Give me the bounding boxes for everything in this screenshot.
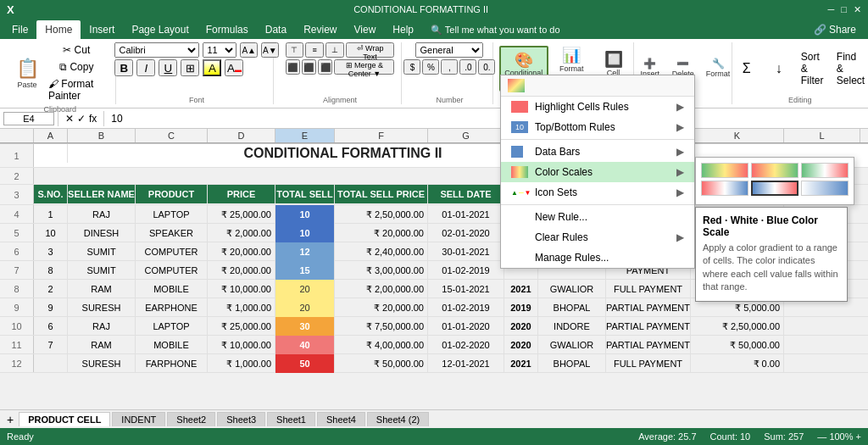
minimize-icon[interactable]: ─ (828, 4, 835, 14)
cell-price-7[interactable]: ₹ 20,000.00 (208, 261, 275, 280)
insert-function-icon[interactable]: fx (89, 113, 97, 125)
percent-button[interactable]: $ (403, 59, 420, 75)
cell-tsp-4[interactable]: ₹ 2,50,000.00 (335, 205, 428, 224)
format-button[interactable]: 🔧 Format (701, 54, 736, 82)
decrease-decimal-button[interactable]: 0. (478, 59, 495, 75)
thousand-button[interactable]: , (441, 59, 458, 75)
increase-decimal-button[interactable]: .0 (459, 59, 476, 75)
cell-seller-11[interactable]: RAM (68, 336, 136, 354)
cut-button[interactable]: ✂ Cut (45, 42, 108, 58)
cell-tsp-9[interactable]: ₹ 20,000.00 (335, 298, 428, 317)
cell-price-8[interactable]: ₹ 10,000.00 (208, 280, 275, 298)
cell-total-sell-9[interactable]: 20 (275, 298, 335, 317)
manage-rules-item[interactable]: Manage Rules... (501, 248, 694, 268)
sheet-tab-sheet3[interactable]: Sheet3 (217, 412, 265, 426)
cell-product-10[interactable]: LAPTOP (136, 317, 208, 336)
cell-price-6[interactable]: ₹ 20,000.00 (208, 242, 275, 261)
cell-due-11[interactable]: ₹ 50,000.00 (691, 336, 784, 354)
italic-button[interactable]: I (136, 59, 155, 76)
font-decrease-button[interactable]: A▼ (261, 42, 279, 58)
add-sheet-button[interactable]: + (3, 413, 17, 426)
color-scale-gwnr[interactable] (801, 163, 849, 178)
copy-button[interactable]: ⧉ Copy (45, 59, 108, 75)
new-rule-item[interactable]: New Rule... (501, 207, 694, 227)
tab-formulas[interactable]: Formulas (198, 20, 257, 39)
cell-date-4[interactable]: 01-01-2021 (428, 205, 504, 224)
cell-year-11[interactable]: 2020 (504, 336, 538, 354)
tab-home[interactable]: Home (36, 20, 81, 39)
cell-product-12[interactable]: FARPHONE (136, 354, 208, 373)
close-icon[interactable]: ✕ (854, 4, 861, 15)
font-color-button[interactable]: A▬ (225, 59, 243, 76)
align-left-button[interactable]: ⬛ (286, 59, 300, 75)
format-painter-button[interactable]: 🖌 Format Painter (45, 76, 108, 103)
col-header-g[interactable]: G (428, 129, 504, 142)
number-format-select[interactable]: General (415, 42, 483, 58)
cell-due-12[interactable]: ₹ 0.00 (691, 354, 784, 373)
top-bottom-rules-item[interactable]: 10 Top/Bottom Rules ▶ (501, 117, 694, 137)
cell-tsp-12[interactable]: ₹ 50,000.00 (335, 354, 428, 373)
cell-sno-12[interactable] (34, 354, 68, 373)
cell-total-sell-8[interactable]: 20 (275, 280, 335, 298)
color-scale-rygtogrn[interactable] (751, 163, 798, 178)
data-bars-item[interactable]: Data Bars ▶ (501, 142, 694, 162)
cell-price-4[interactable]: ₹ 25,000.00 (208, 205, 275, 224)
cell-date-12[interactable]: 12-01-2021 (428, 354, 504, 373)
align-bottom-button[interactable]: ⊥ (326, 42, 344, 58)
formula-input[interactable] (108, 113, 865, 125)
cell-year-12[interactable]: 2021 (504, 354, 538, 373)
cell-sno-4[interactable]: 1 (34, 205, 68, 224)
tab-view[interactable]: View (346, 20, 385, 39)
tab-page-layout[interactable]: Page Layout (123, 20, 197, 39)
cell-tsp-6[interactable]: ₹ 2,40,000.00 (335, 242, 428, 261)
cell-seller-6[interactable]: SUMIT (68, 242, 136, 261)
cell-city-10[interactable]: INDORE (538, 317, 606, 336)
sheet-tab-sheet2[interactable]: Sheet2 (167, 412, 215, 426)
cell-payment-12[interactable]: FULL PAYMENT (606, 354, 691, 373)
color-scales-item[interactable]: Color Scales ▶ (501, 162, 694, 182)
sheet-tab-product-cell[interactable]: PRODUCT CELL (19, 412, 110, 426)
cell-city-8[interactable]: GWALIOR (538, 280, 606, 298)
tab-review[interactable]: Review (295, 20, 345, 39)
sheet-tab-sheet4[interactable]: Sheet4 (317, 412, 365, 426)
fill-button[interactable]: ↓ (764, 58, 794, 80)
col-header-k[interactable]: K (691, 129, 784, 142)
tab-help[interactable]: Help (384, 20, 422, 39)
merge-center-button[interactable]: ⊞ Merge & Center ▼ (334, 59, 394, 75)
cell-price-9[interactable]: ₹ 1,000.00 (208, 298, 275, 317)
tell-me-input[interactable]: 🔍 Tell me what you want to do (422, 20, 569, 39)
align-top-button[interactable]: ⊤ (286, 42, 304, 58)
border-button[interactable]: ⊞ (181, 59, 199, 76)
sort-filter-button[interactable]: Sort &Filter (796, 47, 831, 90)
cell-payment-10[interactable]: PARTIAL PAYMENT (606, 317, 691, 336)
cell-product-8[interactable]: MOBILE (136, 280, 208, 298)
cell-sno-6[interactable]: 3 (34, 242, 68, 261)
cell-seller-9[interactable]: SURESH (68, 298, 136, 317)
cell-seller-12[interactable]: SURESH (68, 354, 136, 373)
cell-total-sell-6[interactable]: 12 (275, 242, 335, 261)
cell-tsp-8[interactable]: ₹ 2,00,000.00 (335, 280, 428, 298)
cell-product-9[interactable]: EARPHONE (136, 298, 208, 317)
cell-payment-9[interactable]: PARTIAL PAYMENT (606, 298, 691, 317)
cell-price-10[interactable]: ₹ 25,000.00 (208, 317, 275, 336)
icon-sets-item[interactable]: ▲─▼ Icon Sets ▶ (501, 182, 694, 203)
cell-date-10[interactable]: 01-01-2020 (428, 317, 504, 336)
cancel-formula-icon[interactable]: ✕ (65, 113, 74, 125)
col-header-e[interactable]: E (275, 129, 335, 142)
cell-sno-7[interactable]: 8 (34, 261, 68, 280)
cell-year-8[interactable]: 2021 (504, 280, 538, 298)
cell-tsp-5[interactable]: ₹ 20,000.00 (335, 224, 428, 242)
bold-button[interactable]: B (114, 59, 133, 76)
cell-product-6[interactable]: COMPUTER (136, 242, 208, 261)
cell-year-10[interactable]: 2020 (504, 317, 538, 336)
cell-total-sell-7[interactable]: 15 (275, 261, 335, 280)
cell-product-11[interactable]: MOBILE (136, 336, 208, 354)
tab-file[interactable]: File (3, 20, 36, 39)
cell-sno-9[interactable]: 9 (34, 298, 68, 317)
cell-seller-5[interactable]: DINESH (68, 224, 136, 242)
cell-city-9[interactable]: BHOPAL (538, 298, 606, 317)
cell-reference-input[interactable] (3, 112, 54, 125)
font-increase-button[interactable]: A▲ (240, 42, 258, 58)
cell-seller-7[interactable]: SUMIT (68, 261, 136, 280)
cell-product-4[interactable]: LAPTOP (136, 205, 208, 224)
